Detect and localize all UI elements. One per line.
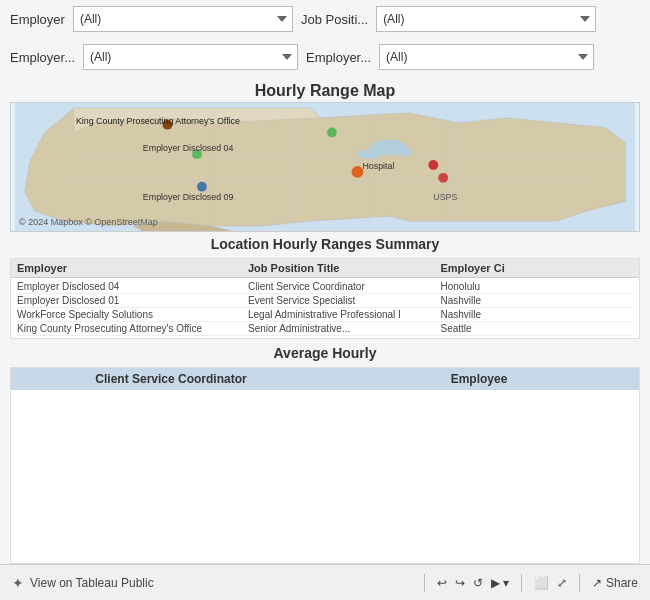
avg-hourly-section: Client Service Coordinator Employee [10,367,640,564]
filter-row-2: Employer... (All) Employer... (All) [0,38,650,76]
redo-button[interactable]: ↪ [455,576,465,590]
employer-filter-label: Employer [10,12,65,27]
table-row: Employer Disclosed 01 Event Service Spec… [17,294,633,308]
avg-col-2: Employee [325,372,633,386]
row1-city: Honolulu [441,281,634,292]
row3-job: Legal Administrative Professional I [248,309,441,320]
location-table: Employer Job Position Title Employer Ci … [10,258,640,339]
map-attribution: © 2024 Mapbox © OpenStreetMap [19,217,158,227]
svg-text:King County Prosecuting Attorn: King County Prosecuting Attorney's Offic… [76,116,240,126]
svg-text:Employer Disclosed 09: Employer Disclosed 09 [143,192,234,202]
fullscreen-button[interactable]: ⤢ [557,576,567,590]
toolbar-divider-3 [579,574,580,592]
row4-job: Senior Administrative... [248,323,441,334]
avg-col-1: Client Service Coordinator [17,372,325,386]
row2-city: Nashville [441,295,634,306]
avg-section-title: Average Hourly [0,339,650,363]
svg-text:Hospital: Hospital [362,161,394,171]
col-employer: Employer [17,262,248,274]
toolbar-left: ✦ View on Tableau Public [12,575,412,591]
row2-job: Event Service Specialist [248,295,441,306]
employer3-filter-select[interactable]: (All) [379,44,594,70]
pause-button[interactable]: ▶ ▾ [491,576,509,590]
employer3-filter-label: Employer... [306,50,371,65]
svg-point-15 [438,173,448,183]
filter-row-1: Employer (All) Job Positi... (All) [0,0,650,38]
revert-button[interactable]: ↺ [473,576,483,590]
map-section-title: Hourly Range Map [0,76,650,102]
employer2-filter-label: Employer... [10,50,75,65]
share-button[interactable]: ↗ Share [592,576,638,590]
table-rows: Employer Disclosed 04 Client Service Coo… [11,278,639,338]
avg-header: Client Service Coordinator Employee [11,368,639,390]
device-layout-button[interactable]: ⬜ [534,576,549,590]
row2-employer: Employer Disclosed 01 [17,295,248,306]
location-table-title: Location Hourly Ranges Summary [0,232,650,254]
svg-point-16 [197,182,207,192]
row3-employer: WorkForce Specialty Solutions [17,309,248,320]
table-header: Employer Job Position Title Employer Ci [11,259,639,278]
share-icon: ↗ [592,576,602,590]
undo-button[interactable]: ↩ [437,576,447,590]
toolbar: ✦ View on Tableau Public ↩ ↪ ↺ ▶ ▾ ⬜ ⤢ ↗… [0,564,650,600]
svg-text:USPS: USPS [433,192,457,202]
employer2-filter-select[interactable]: (All) [83,44,298,70]
employer-filter-select[interactable]: (All) [73,6,293,32]
svg-point-14 [428,160,438,170]
table-row: Employer Disclosed 04 Client Service Coo… [17,280,633,294]
row4-employer: King County Prosecuting Attorney's Offic… [17,323,248,334]
toolbar-divider-2 [521,574,522,592]
dashboard: Employer (All) Job Positi... (All) Emplo… [0,0,650,600]
col-job-position: Job Position Title [248,262,441,274]
share-label: Share [606,576,638,590]
svg-point-11 [327,128,337,138]
map-container: King County Prosecuting Attorney's Offic… [10,102,640,232]
row4-city: Seattle [441,323,634,334]
svg-text:Employer Disclosed 04: Employer Disclosed 04 [143,143,234,153]
row1-employer: Employer Disclosed 04 [17,281,248,292]
view-on-tableau-link[interactable]: View on Tableau Public [30,576,154,590]
table-row: WorkForce Specialty Solutions Legal Admi… [17,308,633,322]
row3-city: Nashville [441,309,634,320]
toolbar-divider [424,574,425,592]
row1-job: Client Service Coordinator [248,281,441,292]
job-position-filter-label: Job Positi... [301,12,368,27]
col-employer-city: Employer Ci [441,262,634,274]
job-position-filter-select[interactable]: (All) [376,6,596,32]
tableau-icon: ✦ [12,575,24,591]
table-row: King County Prosecuting Attorney's Offic… [17,322,633,336]
toolbar-right: ↩ ↪ ↺ ▶ ▾ ⬜ ⤢ ↗ Share [437,574,638,592]
